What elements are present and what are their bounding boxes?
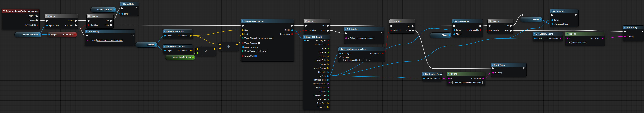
- is-interactable-pin-is-interactable[interactable]: [480, 29, 482, 31]
- add-pin-2[interactable]: [236, 43, 238, 45]
- print-string-4-pin-exec[interactable]: [492, 68, 494, 69]
- branch-3-pin-exec[interactable]: [390, 25, 392, 27]
- is-interactable-pin-target[interactable]: [453, 29, 455, 31]
- break-hit-result-pin-element-index[interactable]: [327, 95, 329, 96]
- branch-2-pin-true[interactable]: [327, 25, 329, 26]
- get-world-location-pin-target[interactable]: [164, 35, 166, 37]
- line-trace-by-channel-pin-out-hit[interactable]: [291, 29, 293, 31]
- break-hit-result-pin-hit-bone-name[interactable]: [327, 83, 329, 85]
- line-trace-by-channel-pin-trace-complex[interactable]: [242, 42, 244, 44]
- append-bottom-pin-return-value[interactable]: [482, 77, 484, 79]
- print-string-1-pin-in-string[interactable]: [86, 39, 88, 41]
- break-hit-result-pin-hit[interactable]: [304, 40, 306, 42]
- player-mid-pin-output[interactable]: [448, 34, 450, 36]
- line-trace-by-channel-pin-ignore-self[interactable]: [242, 55, 244, 57]
- branch-4-pin-condition[interactable]: [489, 30, 490, 31]
- append-top-pin-b[interactable]: [566, 42, 568, 43]
- event-ia-interact-header[interactable]: EnhancedInputAction IA_Interact: [2, 9, 40, 13]
- print-string-1-pin-exec[interactable]: [86, 34, 88, 36]
- on-interact-header[interactable]: ƒOn Interact: [550, 9, 578, 13]
- line-trace-by-channel-pin-start[interactable]: [242, 29, 244, 31]
- on-interact-pin-target[interactable]: [551, 19, 553, 21]
- print-string-2-pin-exec[interactable]: [381, 32, 383, 34]
- get-forward-vector-header[interactable]: ƒGet Forward Vector: [163, 45, 193, 48]
- append-top-pin-a[interactable]: [566, 37, 568, 39]
- break-hit-result-pin-hit-component[interactable]: [327, 79, 329, 81]
- branch-1-pin-condition[interactable]: [88, 24, 90, 26]
- isvalid-header[interactable]: ?IsValid: [45, 14, 78, 18]
- print-string-3-pin-exec[interactable]: [624, 31, 626, 32]
- print-string-4-pin-exec[interactable]: [523, 68, 525, 69]
- back-arrow-icon[interactable]: [366, 59, 367, 61]
- event-ia-interact-pin-action-value[interactable]: [36, 24, 38, 26]
- node-is-interactable[interactable]: ƒIs InteractableTargetIs InteractablePla…: [452, 19, 483, 37]
- branch-3-pin-true[interactable]: [412, 25, 414, 27]
- branch-4-pin-true[interactable]: [510, 25, 512, 27]
- line-trace-by-channel-checkbox[interactable]: ✓: [254, 55, 257, 57]
- node-isvalid[interactable]: ?IsValidIs ValidInput ObjectIs Not Valid: [45, 14, 78, 29]
- node-branch-3[interactable]: BranchTrueConditionFalse: [389, 19, 415, 34]
- is-interactable-pin-exec[interactable]: [480, 25, 482, 27]
- get-world-location-pin-return-value[interactable]: [190, 35, 192, 37]
- variable-node-player-top[interactable]: Player: [520, 17, 542, 22]
- node-does-implement-interface[interactable]: ƒDoes Implement InterfaceTest ObjectRetu…: [338, 47, 385, 62]
- add-pin-0[interactable]: [219, 43, 221, 45]
- node-print-string-3[interactable]: ƒPrint StringIn String: [622, 25, 644, 41]
- print-string-3-pin-exec[interactable]: [641, 31, 643, 32]
- isvalid-pin-exec[interactable]: [46, 20, 48, 22]
- line-trace-by-channel-pin-return-value[interactable]: [291, 33, 293, 35]
- line-trace-by-channel-pin-end[interactable]: [242, 33, 244, 35]
- on-interact-pin-interacting-player[interactable]: [551, 23, 553, 25]
- player-controller-bottom-pin-output[interactable]: [38, 34, 40, 36]
- close-note-header[interactable]: ƒClose Note: [120, 2, 139, 6]
- branch-3-pin-condition[interactable]: [390, 29, 392, 31]
- append-bottom-pin-b[interactable]: [448, 82, 450, 84]
- variable-node-is-ui-focus[interactable]: TargetIs UI Focus: [47, 32, 77, 37]
- branch-2-header[interactable]: Branch: [304, 19, 330, 23]
- print-string-1-pin-exec[interactable]: [132, 34, 134, 36]
- multiply-pin-1[interactable]: [196, 52, 198, 54]
- multiply-pin-0[interactable]: [196, 48, 198, 50]
- get-display-name-top-pin-return-value[interactable]: [560, 37, 562, 39]
- does-implement-interface-pin-interface[interactable]: [339, 56, 341, 58]
- does-implement-interface-pin-return-value[interactable]: [382, 53, 384, 54]
- break-hit-result-pin-normal[interactable]: [327, 63, 329, 65]
- isvalid-pin-is-valid[interactable]: [75, 20, 77, 22]
- isvalid-pin-is-not-valid[interactable]: [75, 24, 77, 26]
- branch-3-header[interactable]: Branch: [389, 19, 415, 23]
- on-interact-pin-exec[interactable]: [551, 14, 553, 16]
- node-append-top[interactable]: ƒAppendAReturn ValueB: Is not Interactab…: [565, 32, 605, 46]
- branch-4-pin-false[interactable]: [510, 30, 512, 31]
- close-note-pin-target[interactable]: [121, 13, 123, 15]
- break-hit-result-pin-hit-actor[interactable]: [327, 75, 329, 77]
- variable-node-camera[interactable]: Camera: [135, 42, 158, 48]
- operator-node-add[interactable]: +: [218, 42, 239, 51]
- print-string-4-pin-in-string[interactable]: [492, 72, 494, 74]
- isvalid-pin-input-object[interactable]: [46, 24, 48, 26]
- print-string-2-header[interactable]: ƒPrint String: [344, 27, 384, 31]
- line-trace-by-channel-pin-draw-debug-type[interactable]: [242, 50, 244, 52]
- does-implement-interface-interface-dropdown[interactable]: BPI_Interactable_C: [344, 59, 364, 61]
- get-display-name-bottom-header[interactable]: ƒGet Display Name: [422, 72, 442, 76]
- break-hit-result-pin-blocking-hit[interactable]: [327, 40, 329, 42]
- node-close-note[interactable]: ƒClose NoteTarget: [120, 2, 139, 16]
- append-bottom-pin-a[interactable]: [448, 77, 450, 79]
- branch-1-pin-exec[interactable]: [88, 20, 90, 22]
- camera-pin-output[interactable]: [154, 44, 156, 46]
- break-hit-result-pin-impact-normal[interactable]: [327, 67, 329, 69]
- get-forward-vector-pin-return-value[interactable]: [190, 50, 192, 52]
- close-note-pin-exec[interactable]: [121, 7, 123, 9]
- branch-1-pin-false[interactable]: [110, 24, 112, 26]
- break-hit-result-header[interactable]: ƒBreak Hit Result: [303, 35, 330, 39]
- break-hit-result-pin-phys-mat[interactable]: [327, 71, 329, 73]
- break-hit-result-pin-trace-end[interactable]: [327, 106, 329, 108]
- print-string-2-text-input[interactable]: LineTrace Hit Nothing: [356, 37, 374, 39]
- line-trace-by-channel-pin-exec[interactable]: [291, 25, 293, 26]
- line-trace-by-channel-checkbox[interactable]: [258, 42, 260, 44]
- break-hit-result-pin-impact-point[interactable]: [327, 59, 329, 61]
- variable-node-player-controller-bottom[interactable]: Player Controller: [14, 32, 42, 37]
- append-top-header[interactable]: ƒAppend: [566, 32, 605, 36]
- node-get-world-location[interactable]: ƒGetWorldLocationTargetReturn Value: [163, 29, 193, 39]
- break-hit-result-pin-distance[interactable]: [327, 51, 329, 53]
- multiply-pin-2[interactable]: [213, 48, 215, 50]
